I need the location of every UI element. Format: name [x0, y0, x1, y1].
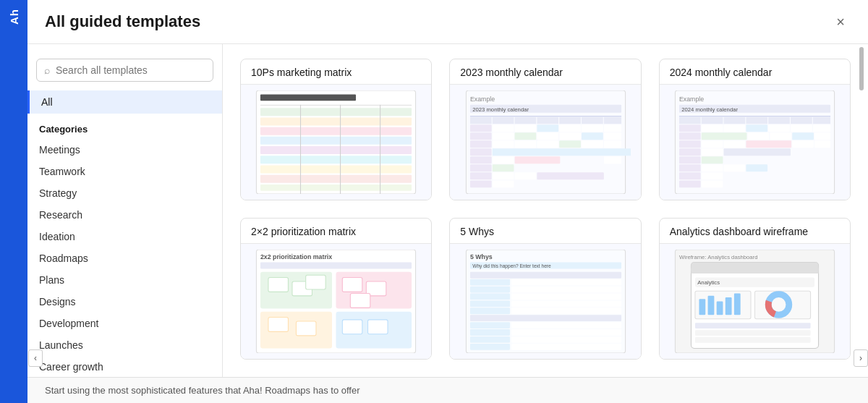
- svg-rect-42: [492, 140, 514, 148]
- svg-rect-36: [514, 132, 536, 140]
- svg-text:Analytics: Analytics: [697, 279, 720, 286]
- svg-rect-86: [814, 132, 830, 140]
- sidebar-item-roadmaps[interactable]: Roadmaps: [27, 247, 222, 269]
- search-box[interactable]: ⌕: [36, 59, 213, 82]
- svg-rect-71: [768, 116, 790, 124]
- svg-rect-97: [702, 156, 723, 164]
- template-title-2024: 2024 monthly calendar: [660, 59, 850, 84]
- sidebar-item-research[interactable]: Research: [27, 204, 222, 226]
- svg-rect-159: [734, 293, 741, 315]
- svg-rect-49: [492, 148, 631, 156]
- sidebar-item-plans[interactable]: Plans: [27, 269, 222, 291]
- scrollbar[interactable]: [858, 44, 865, 377]
- svg-rect-155: [699, 299, 705, 315]
- template-preview-analytics: Wireframe: Analytics dashboard Analytics: [660, 243, 850, 359]
- svg-text:Why did this happen? Enter tex: Why did this happen? Enter text here: [472, 263, 551, 269]
- svg-rect-91: [792, 140, 814, 148]
- svg-text:Example: Example: [469, 96, 494, 103]
- svg-rect-9: [260, 165, 412, 173]
- svg-text:2x2 prioritization matrix: 2x2 prioritization matrix: [260, 253, 332, 260]
- template-card-analytics[interactable]: Analytics dashboard wireframe Wireframe:…: [659, 218, 851, 360]
- svg-rect-38: [559, 132, 581, 140]
- svg-rect-137: [511, 307, 621, 314]
- svg-rect-156: [707, 296, 714, 315]
- sidebar-item-all[interactable]: All: [27, 90, 222, 114]
- svg-text:Wireframe: Analytics dashboard: Wireframe: Analytics dashboard: [679, 254, 758, 260]
- svg-rect-45: [559, 140, 581, 148]
- svg-rect-136: [469, 307, 509, 314]
- svg-rect-103: [702, 172, 723, 179]
- svg-rect-83: [747, 132, 769, 140]
- svg-rect-145: [469, 344, 509, 350]
- svg-rect-26: [603, 116, 621, 124]
- svg-rect-157: [716, 302, 723, 315]
- close-button[interactable]: ×: [830, 12, 851, 32]
- svg-text:5 Whys: 5 Whys: [469, 253, 492, 260]
- svg-rect-56: [469, 172, 491, 179]
- svg-rect-39: [582, 132, 603, 140]
- svg-rect-158: [726, 297, 732, 315]
- svg-rect-130: [469, 287, 509, 293]
- svg-rect-46: [582, 140, 603, 148]
- svg-rect-75: [702, 124, 723, 132]
- template-card-10ps[interactable]: 10Ps marketing matrix: [240, 59, 432, 200]
- template-card-2024[interactable]: 2024 monthly calendar Example 2024 month…: [659, 59, 851, 200]
- svg-rect-72: [791, 116, 812, 124]
- sidebar-item-launches[interactable]: Launches: [27, 334, 222, 356]
- svg-rect-32: [582, 124, 603, 132]
- svg-rect-115: [306, 275, 326, 289]
- svg-rect-98: [679, 164, 701, 171]
- nav-arrow-left[interactable]: ‹: [28, 349, 43, 367]
- sidebar-item-career-growth[interactable]: Career growth: [27, 356, 222, 377]
- svg-rect-89: [723, 140, 745, 148]
- svg-rect-133: [511, 293, 621, 300]
- svg-rect-82: [702, 132, 747, 140]
- svg-rect-74: [679, 124, 701, 132]
- svg-rect-88: [702, 140, 723, 148]
- template-card-2023[interactable]: 2023 monthly calendar Example 2023 month…: [449, 59, 641, 200]
- search-input[interactable]: [56, 64, 205, 76]
- svg-rect-84: [770, 132, 791, 140]
- sidebar-item-teamwork[interactable]: Teamwork: [27, 161, 222, 182]
- svg-rect-22: [514, 116, 536, 124]
- svg-rect-55: [492, 164, 514, 171]
- svg-rect-51: [492, 156, 514, 164]
- sidebar-item-designs[interactable]: Designs: [27, 291, 222, 313]
- content-area: 10Ps marketing matrix: [223, 44, 868, 377]
- template-card-5whys[interactable]: 5 Whys 5 Whys Why did this happen? Enter…: [449, 218, 641, 360]
- svg-rect-34: [469, 132, 491, 140]
- svg-rect-118: [350, 293, 370, 307]
- sidebar-item-ideation[interactable]: Ideation: [27, 226, 222, 247]
- svg-rect-101: [746, 164, 767, 171]
- template-title-2023: 2023 monthly calendar: [450, 59, 640, 84]
- svg-rect-87: [679, 140, 701, 148]
- sidebar-item-development[interactable]: Development: [27, 313, 222, 334]
- svg-rect-61: [492, 180, 514, 187]
- svg-rect-146: [511, 344, 621, 350]
- template-card-2x2[interactable]: 2×2 prioritization matrix 2x2 prioritiza…: [240, 218, 432, 360]
- scroll-thumb[interactable]: [859, 47, 864, 90]
- templates-grid: 10Ps marketing matrix: [240, 59, 851, 360]
- svg-rect-20: [469, 116, 491, 124]
- modal: All guided templates × ⌕ All Categories: [27, 0, 868, 403]
- svg-rect-116: [342, 277, 362, 292]
- preview-svg-5whys: 5 Whys Why did this happen? Enter text h…: [460, 250, 631, 353]
- svg-rect-104: [679, 180, 701, 187]
- svg-rect-11: [260, 184, 412, 191]
- svg-rect-30: [537, 124, 558, 132]
- svg-rect-119: [268, 318, 289, 332]
- svg-rect-14: [380, 105, 380, 194]
- svg-rect-96: [679, 156, 701, 164]
- search-icon: ⌕: [44, 64, 50, 76]
- svg-rect-57: [492, 172, 514, 179]
- bottom-bar-text: Start using the most sophisticated featu…: [45, 385, 360, 396]
- nav-arrow-right[interactable]: ›: [854, 349, 868, 367]
- svg-rect-60: [469, 180, 491, 187]
- search-container: ⌕: [27, 53, 222, 90]
- svg-rect-35: [492, 132, 514, 140]
- preview-svg-10ps: [250, 90, 422, 194]
- sidebar-item-strategy[interactable]: Strategy: [27, 182, 222, 204]
- svg-rect-93: [679, 148, 701, 156]
- svg-rect-132: [469, 293, 509, 300]
- sidebar-item-meetings[interactable]: Meetings: [27, 139, 222, 161]
